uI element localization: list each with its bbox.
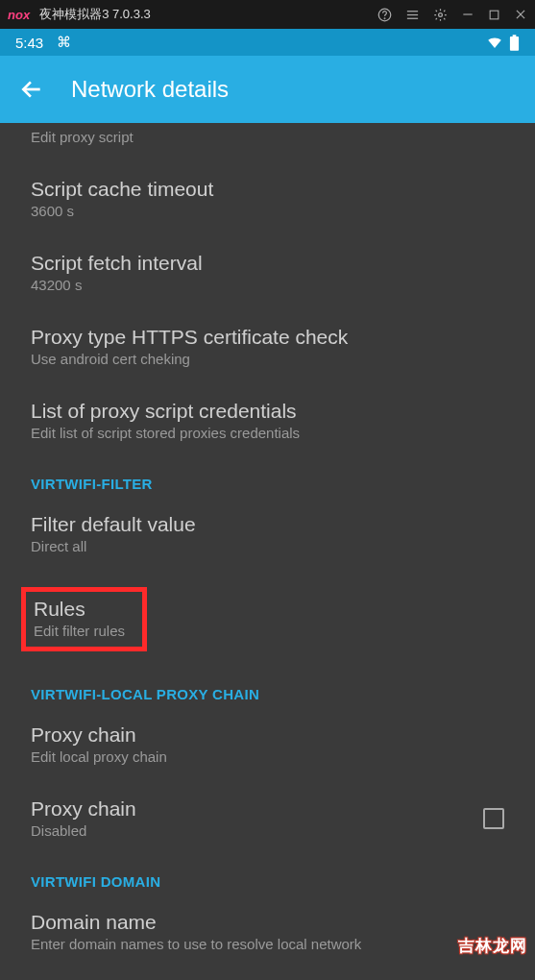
watermark: 吉林龙网 <box>458 935 527 957</box>
window-title: 夜神模拟器3 7.0.3.3 <box>39 6 377 23</box>
section-virtwifi-chain: VIRTWIFI-LOCAL PROXY CHAIN <box>0 669 535 708</box>
item-filter-default[interactable]: Filter default value Direct all <box>0 498 535 572</box>
svg-point-1 <box>384 17 385 18</box>
svg-rect-11 <box>513 35 517 37</box>
item-proxy-chain-edit[interactable]: Proxy chain Edit local proxy chain <box>0 708 535 782</box>
window-controls <box>377 8 527 22</box>
minimize-icon[interactable] <box>461 8 474 21</box>
page-title: Network details <box>71 76 229 103</box>
section-virtwifi-domain: VIRTWIFI DOMAIN <box>0 856 535 895</box>
item-cert-check[interactable]: Proxy type HTTPS certificate check Use a… <box>0 310 535 384</box>
item-proxy-chain-toggle[interactable]: Proxy chain Disabled <box>0 782 535 856</box>
item-script[interactable]: Script Edit proxy script <box>0 123 535 162</box>
item-script-sub: Edit proxy script <box>31 129 504 145</box>
nox-logo: nox <box>8 8 30 22</box>
back-button[interactable] <box>19 77 44 102</box>
app-bar: Network details <box>0 56 535 123</box>
battery-icon <box>509 35 520 51</box>
item-proxy-credentials[interactable]: List of proxy script credentials Edit li… <box>0 384 535 458</box>
proxy-chain-checkbox[interactable] <box>483 808 504 829</box>
svg-point-5 <box>439 12 443 16</box>
highlight-box: Rules Edit filter rules <box>21 587 147 651</box>
item-domain-name[interactable]: Domain name Enter domain names to use to… <box>0 895 535 969</box>
menu-icon[interactable] <box>405 8 420 22</box>
svg-rect-7 <box>490 11 499 19</box>
section-virtwifi-filter: VIRTWIFI-FILTER <box>0 458 535 498</box>
svg-rect-10 <box>510 37 519 51</box>
item-script-fetch-interval[interactable]: Script fetch interval 43200 s <box>0 236 535 310</box>
maximize-icon[interactable] <box>488 9 500 21</box>
gear-icon[interactable] <box>433 8 448 22</box>
emulator-titlebar: nox 夜神模拟器3 7.0.3.3 <box>0 0 535 29</box>
item-rules[interactable]: Rules Edit filter rules <box>0 572 535 669</box>
settings-list[interactable]: Script Edit proxy script Script cache ti… <box>0 123 535 980</box>
wifi-icon <box>486 34 503 51</box>
help-icon[interactable] <box>377 8 392 22</box>
item-script-cache-timeout[interactable]: Script cache timeout 3600 s <box>0 162 535 236</box>
command-icon: ⌘ <box>57 34 71 51</box>
status-time: 5:43 <box>15 35 43 51</box>
android-statusbar: 5:43 ⌘ <box>0 29 535 56</box>
close-icon[interactable] <box>514 8 527 21</box>
